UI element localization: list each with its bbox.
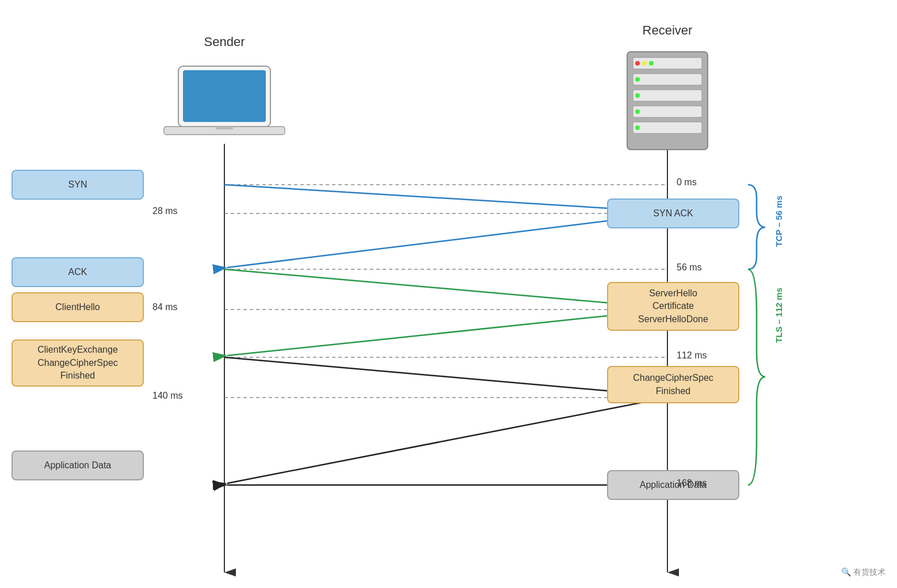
- tls-bracket-label: TLS – 112 ms: [774, 288, 784, 343]
- receiver-label: Receiver: [621, 23, 713, 38]
- time-84ms: 84 ms: [152, 302, 178, 312]
- time-140ms: 140 ms: [152, 391, 182, 401]
- serverhello-box: ServerHelloCertificateServerHelloDone: [607, 282, 739, 331]
- time-56ms: 56 ms: [677, 262, 702, 273]
- time-168ms: 168 ms: [677, 478, 707, 488]
- synack-box: SYN ACK: [607, 198, 739, 228]
- svg-rect-31: [633, 74, 702, 85]
- svg-line-21: [227, 310, 667, 356]
- svg-line-18: [224, 185, 665, 212]
- time-112ms: 112 ms: [677, 350, 707, 361]
- svg-point-36: [642, 61, 647, 66]
- svg-point-40: [635, 109, 640, 114]
- svg-point-39: [635, 93, 640, 98]
- appdata-right-box: Application Data: [607, 470, 739, 500]
- appdata-left-box: Application Data: [12, 450, 144, 480]
- svg-point-41: [635, 125, 640, 130]
- watermark: 🔍 有货技术: [841, 567, 885, 578]
- svg-rect-26: [183, 70, 266, 122]
- svg-rect-27: [164, 127, 285, 135]
- ack-box: ACK: [12, 257, 144, 287]
- svg-rect-30: [633, 58, 702, 69]
- clientkeyexchange-box: ClientKeyExchangeChangeCipherSpecFinishe…: [12, 339, 144, 387]
- diagram-container: Sender Receiver SYN SYN ACK ACK ClientHe…: [0, 0, 897, 588]
- clienthello-box: ClientHello: [12, 292, 144, 322]
- svg-line-20: [224, 269, 665, 308]
- svg-point-35: [635, 61, 640, 66]
- sender-label: Sender: [178, 35, 270, 49]
- svg-rect-29: [627, 52, 708, 150]
- svg-rect-25: [178, 66, 270, 127]
- svg-point-37: [649, 61, 654, 66]
- time-0ms: 0 ms: [677, 177, 697, 188]
- svg-rect-34: [633, 122, 702, 133]
- svg-line-23: [227, 398, 667, 483]
- svg-rect-32: [633, 90, 702, 101]
- svg-rect-28: [216, 127, 233, 129]
- changecipherspec2-box: ChangeCipherSpecFinished: [607, 366, 739, 403]
- svg-point-38: [635, 77, 640, 82]
- svg-line-22: [224, 357, 665, 396]
- svg-rect-33: [633, 106, 702, 117]
- svg-line-19: [227, 213, 667, 268]
- syn-box: SYN: [12, 170, 144, 200]
- tcp-bracket-label: TCP – 56 ms: [774, 196, 784, 247]
- time-28ms: 28 ms: [152, 206, 178, 216]
